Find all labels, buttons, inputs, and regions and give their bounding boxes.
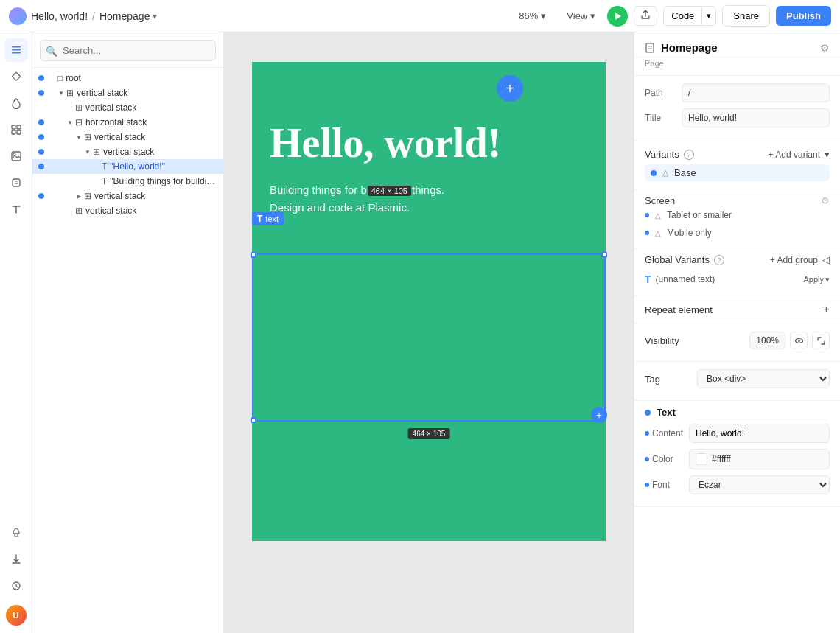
handle-top-right[interactable] <box>601 252 607 258</box>
layer-item-vstack5[interactable]: ▶ ⊞ vertical stack <box>32 189 223 203</box>
layer-toggle[interactable] <box>91 176 102 186</box>
gv-collapse-button[interactable]: ◁ <box>822 254 830 265</box>
user-avatar: U <box>6 605 27 626</box>
color-dot <box>645 457 649 461</box>
text-section-title: Text <box>657 407 676 418</box>
project-name: Hello, world! <box>31 10 88 22</box>
layer-toggle[interactable]: ▼ <box>83 147 93 157</box>
svg-rect-9 <box>12 152 21 161</box>
layer-toggle[interactable] <box>65 102 75 113</box>
layer-label: horizontal stack <box>85 117 147 127</box>
layer-toggle[interactable] <box>47 73 57 83</box>
tag-select[interactable]: Box <div> <box>697 369 830 388</box>
publish-button[interactable]: Publish <box>776 6 831 26</box>
content-label: Content <box>645 428 689 438</box>
layer-item-vstack2[interactable]: ⊞ vertical stack <box>32 100 223 115</box>
eye-icon[interactable] <box>790 332 808 349</box>
resize-icon[interactable] <box>812 332 830 349</box>
layer-toggle[interactable]: ▶ <box>74 191 84 201</box>
variants-collapse-button[interactable]: ▾ <box>825 149 830 160</box>
content-input[interactable] <box>689 424 830 443</box>
view-button[interactable]: View ▾ <box>561 7 601 24</box>
svg-rect-11 <box>13 179 20 186</box>
screen-gear-icon[interactable]: ⚙ <box>821 195 830 206</box>
layer-item-vstack6[interactable]: ⊞ vertical stack <box>32 203 223 218</box>
add-repeat-button[interactable]: + <box>823 303 830 316</box>
sidebar-item-launch[interactable] <box>4 521 28 545</box>
svg-point-20 <box>798 340 800 342</box>
visibility-value[interactable]: 100% <box>749 332 785 349</box>
sidebar-item-images[interactable] <box>4 144 28 168</box>
handle-bottom-right[interactable]: + <box>591 407 607 423</box>
sidebar-item-plugin[interactable] <box>4 171 28 195</box>
layer-item-vstack3[interactable]: ▼ ⊞ vertical stack <box>32 130 223 144</box>
share-icon-button[interactable] <box>634 6 657 26</box>
layer-item-building[interactable]: T "Building things for building t... <box>32 174 223 189</box>
layer-dot <box>38 119 44 125</box>
layers-panel: 🔍 □ root ▼ ⊞ ve <box>32 32 224 633</box>
sidebar-item-menu[interactable] <box>4 38 28 62</box>
sidebar-item-history[interactable] <box>4 574 28 598</box>
breadcrumb-page[interactable]: Homepage ▾ <box>99 10 158 22</box>
font-field: Font Eczar <box>645 475 830 494</box>
gv-item-name: (unnamed text) <box>656 274 715 284</box>
play-button[interactable] <box>607 6 628 27</box>
layer-label: "Hello, world!" <box>110 161 165 172</box>
add-variant-button[interactable]: + Add variant <box>769 150 820 160</box>
text-section-header: Text <box>645 407 830 418</box>
code-dropdown-button[interactable]: ▾ <box>701 7 715 24</box>
main-area: U 🔍 □ root <box>0 32 840 633</box>
mobile-triangle-icon: △ <box>655 229 661 237</box>
add-element-button[interactable]: + <box>497 75 523 102</box>
avatar-button[interactable]: U <box>4 604 28 627</box>
gv-apply-button[interactable]: Apply ▾ <box>803 275 830 284</box>
rp-variants-header: Variants ? + Add variant ▾ <box>645 149 830 160</box>
settings-icon[interactable]: ⚙ <box>820 42 830 54</box>
sidebar-item-components[interactable] <box>4 118 28 141</box>
svg-rect-3 <box>12 52 21 54</box>
layer-dot <box>38 149 44 155</box>
rp-path-input[interactable] <box>682 83 830 102</box>
layer-toggle[interactable] <box>91 161 102 172</box>
layer-item-vstack1[interactable]: ▼ ⊞ vertical stack <box>32 85 223 100</box>
layer-toggle[interactable] <box>65 206 75 216</box>
layer-item-hstack[interactable]: ▼ ⊟ horizontal stack <box>32 115 223 130</box>
layer-item-hello[interactable]: T "Hello, world!" <box>32 159 223 174</box>
layer-item-vstack4[interactable]: ▼ ⊞ vertical stack <box>32 144 223 159</box>
selected-element: + 464 × 105 <box>252 253 606 408</box>
canvas-area[interactable]: + T text + <box>224 32 634 633</box>
share-button[interactable]: Share <box>722 5 770 27</box>
visibility-section: Visibility 100% <box>634 324 840 362</box>
layer-toggle[interactable]: ▼ <box>65 117 75 127</box>
svg-rect-4 <box>12 72 20 80</box>
handle-bottom-left[interactable] <box>251 417 256 423</box>
font-dot <box>645 483 649 487</box>
layer-item-root[interactable]: □ root <box>32 71 223 85</box>
zoom-button[interactable]: 86% ▾ <box>513 7 552 24</box>
sidebar-item-text[interactable] <box>4 197 28 221</box>
box-icon: □ <box>57 73 63 83</box>
search-input[interactable] <box>40 40 216 61</box>
code-button-group: Code ▾ <box>663 6 716 26</box>
rp-title-input[interactable] <box>682 108 830 127</box>
rp-variants-title: Variants ? <box>645 149 694 160</box>
font-select[interactable]: Eczar <box>689 475 830 494</box>
svg-rect-7 <box>12 130 15 134</box>
handle-top-left[interactable] <box>251 252 256 258</box>
layer-dot <box>38 90 44 96</box>
layer-label: vertical stack <box>85 102 136 113</box>
tablet-label: Tablet or smaller <box>667 210 732 220</box>
layer-dot <box>38 193 44 199</box>
color-value-row[interactable]: #ffffff <box>689 449 830 469</box>
sidebar-item-drop[interactable] <box>4 91 28 115</box>
rp-base-item: △ Base <box>645 164 830 181</box>
sidebar-item-shapes[interactable] <box>4 65 28 88</box>
code-button[interactable]: Code <box>664 7 701 25</box>
gv-text-icon: T <box>645 273 651 285</box>
sidebar-item-download[interactable] <box>4 548 28 571</box>
svg-point-10 <box>13 153 15 155</box>
add-group-button[interactable]: + Add group <box>770 255 818 265</box>
layer-toggle[interactable]: ▼ <box>74 132 84 142</box>
layer-toggle[interactable]: ▼ <box>56 88 66 98</box>
hstack-icon: ⊟ <box>75 117 83 127</box>
